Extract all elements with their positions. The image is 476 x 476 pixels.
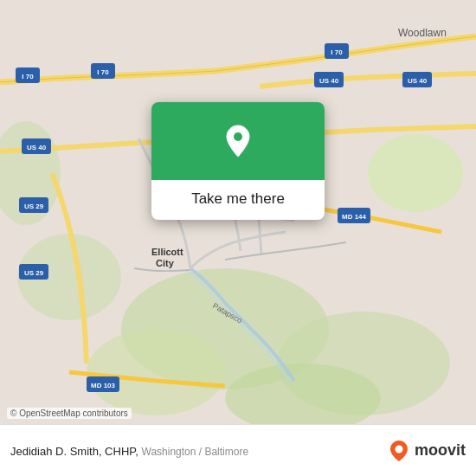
svg-text:US 29: US 29 [24, 269, 44, 277]
footer-bar: Jedidiah D. Smith, CHHP, Washington / Ba… [0, 424, 476, 476]
svg-text:I 70: I 70 [97, 68, 109, 76]
moovit-brand-text: moovit [415, 441, 466, 460]
map-view[interactable]: I 70 I 70 I 70 US 40 US 40 US 40 US 29 U… [0, 0, 476, 424]
moovit-pin-icon [387, 439, 411, 463]
svg-point-32 [234, 132, 242, 141]
popup-header [151, 102, 325, 180]
navigation-popup: Take me there [151, 102, 325, 220]
svg-text:I 70: I 70 [331, 48, 343, 56]
location-subtitle: Washington / Baltimore [142, 446, 249, 458]
svg-point-33 [395, 445, 402, 453]
map-attribution: © OpenStreetMap contributors [7, 408, 132, 419]
svg-point-6 [87, 329, 225, 415]
svg-text:US 40: US 40 [27, 144, 47, 151]
svg-point-4 [368, 134, 463, 212]
svg-text:US 40: US 40 [408, 77, 428, 85]
footer-info: Jedidiah D. Smith, CHHP, Washington / Ba… [10, 443, 387, 458]
location-title: Jedidiah D. Smith, CHHP, Washington / Ba… [10, 445, 387, 458]
brand-logo: moovit [387, 439, 466, 463]
svg-text:City: City [156, 258, 175, 268]
svg-text:I 70: I 70 [22, 73, 34, 80]
svg-text:MD 103: MD 103 [91, 382, 116, 389]
svg-text:US 29: US 29 [24, 203, 44, 210]
location-name: Jedidiah D. Smith, CHHP, [10, 445, 138, 458]
svg-text:US 40: US 40 [319, 77, 339, 85]
svg-text:Woodlawn: Woodlawn [398, 27, 447, 39]
svg-text:MD 144: MD 144 [342, 213, 367, 221]
location-pin-icon [219, 122, 257, 160]
svg-text:Ellicott: Ellicott [151, 247, 183, 257]
take-me-there-button[interactable]: Take me there [151, 180, 325, 220]
